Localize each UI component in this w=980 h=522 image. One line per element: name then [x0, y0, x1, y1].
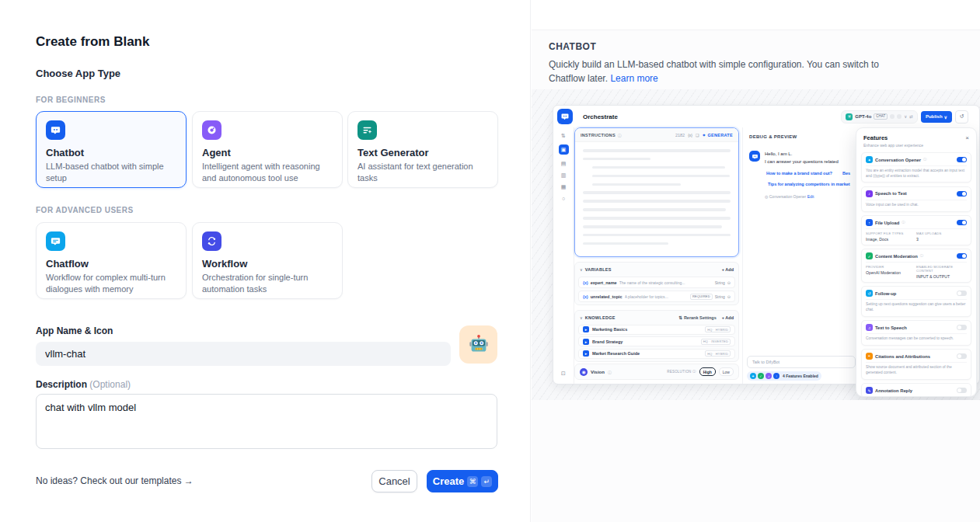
- generate-button: ✦ GENERATE: [703, 133, 733, 137]
- char-count: 2182: [675, 133, 685, 137]
- app-type-card-chatflow[interactable]: Chatflow Workflow for complex multi-turn…: [36, 222, 187, 299]
- features-panel: Features × Enhance web app user experien…: [856, 127, 977, 397]
- bot-greeting: Hello, I am L. I can answer your questio…: [765, 151, 862, 165]
- feature-toggle: [957, 253, 967, 259]
- knowledge-row: ▸ Market Research Guide HQ · HYBRID: [578, 349, 735, 359]
- instructions-panel: INSTRUCTIONS ⓘ 2182 {x} ❏ ✦ GENERATE: [574, 127, 739, 257]
- feature-speech-to-text: ♪ Speech to Text Voice input can be used…: [861, 186, 971, 212]
- instructions-skeleton: [575, 142, 738, 257]
- copy-icon: ❏: [696, 133, 699, 137]
- app-type-desc: Intelligent agent with reasoning and aut…: [202, 161, 333, 183]
- instructions-header: INSTRUCTIONS ⓘ 2182 {x} ❏ ✦ GENERATE: [575, 128, 738, 142]
- feature-toggle: [957, 325, 967, 330]
- publish-button: Publish ∨: [921, 111, 952, 123]
- bot-avatar: [749, 151, 760, 162]
- choose-app-type-label: Choose App Type: [36, 68, 120, 79]
- add-variable-button: + Add: [722, 267, 734, 272]
- rerank-settings-button: ⇅ Rerank Settings: [678, 315, 716, 320]
- resolution-low-chip: Low: [719, 367, 734, 376]
- app-type-title: Chatbot: [46, 147, 176, 158]
- learn-more-link[interactable]: Learn more: [610, 73, 657, 84]
- right-panel-top-strip: [532, 0, 980, 30]
- vision-row: ◉ Vision ⓘ RESOLUTION ⓘ High Low: [574, 364, 739, 380]
- index-mode-tag: HQ · HYBRID: [705, 326, 731, 332]
- feature-annotation-reply: ✎ Annotation Reply: [861, 383, 971, 397]
- model-selector: ✳ GPT-4o CHAT ∨ ⇄: [841, 110, 918, 124]
- index-mode-tag: HQ · INVERTED: [701, 339, 731, 345]
- model-provider-icon: ✳: [846, 113, 853, 120]
- robot-emoji-icon: [467, 333, 490, 357]
- suggested-question: Tips for analyzing competitors in market: [768, 182, 850, 186]
- image-nav-icon: ▤: [561, 161, 567, 166]
- chat-mode-badge: CHAT: [874, 113, 888, 120]
- text-to-speech-icon: ♫: [866, 324, 873, 331]
- info-icon: ⓘ: [920, 254, 924, 258]
- globe-nav-icon: ○: [562, 196, 565, 201]
- field-settings-icon: ⊙: [727, 280, 731, 285]
- file-upload-icon: ↑: [866, 219, 873, 226]
- chatbot-preview-image: Orchestrate ✳ GPT-4o CHAT ∨ ⇄ Publish ∨: [532, 89, 980, 400]
- knowledge-row: ▸ Marketing Basics HQ · HYBRID: [578, 325, 735, 335]
- edit-link: Edit: [807, 194, 814, 199]
- info-heading: CHATBOT: [549, 41, 914, 52]
- chatbot-icon: [46, 120, 65, 140]
- resolution-label: RESOLUTION ⓘ: [667, 370, 696, 374]
- chat-input-preview: Talk to DifyBot: [747, 356, 856, 368]
- create-button[interactable]: Create ⌘ ↵: [427, 470, 498, 492]
- info-icon: ⓘ: [618, 133, 622, 137]
- dataset-icon: ▸: [583, 326, 589, 332]
- feature-text-to-speech: ♫ Text to Speech Conversation messages c…: [861, 320, 971, 346]
- knowledge-row: ▸ Brand Strategy HQ · INVERTED: [578, 336, 735, 346]
- app-type-card-text-generator[interactable]: Text Generator AI assistant for text gen…: [347, 111, 498, 188]
- app-name-label: App Name & Icon: [36, 325, 113, 336]
- app-type-card-agent[interactable]: Agent Intelligent agent with reasoning a…: [192, 111, 343, 188]
- suggested-question: How to make a brand stand out?: [766, 171, 832, 176]
- arrow-right-icon: →: [184, 475, 194, 486]
- info-description: Quickly build an LLM-based chatbot with …: [549, 57, 914, 85]
- app-type-card-workflow[interactable]: Workflow Orchestration for single-turn a…: [192, 222, 343, 299]
- app-type-desc: LLM-based chatbot with simple setup: [46, 161, 176, 183]
- moderation-mini-icon: ✓: [758, 373, 764, 379]
- chevron-down-icon: ∨: [580, 267, 583, 272]
- panel-toggle-icon: ⊡: [561, 371, 566, 376]
- features-enabled-bar: ✦ ✓ ♪ ↑ 4 Features Enabled: [747, 371, 821, 381]
- enter-key-icon: ↵: [481, 476, 492, 487]
- feature-toggle: [957, 220, 967, 225]
- conversation-opener-note: ◎ Conversation Opener Edit: [765, 194, 814, 199]
- app-type-desc: AI assistant for text generation tasks: [357, 161, 488, 183]
- workflow-icon: [202, 231, 221, 251]
- app-name-input[interactable]: [36, 342, 451, 366]
- annotation-icon: ✎: [866, 387, 873, 394]
- app-type-title: Text Generator: [357, 147, 488, 158]
- collapse-icon: ⇅: [561, 133, 566, 138]
- feature-toggle: [957, 353, 967, 359]
- cancel-button[interactable]: Cancel: [371, 470, 417, 492]
- resolution-high-chip: High: [699, 367, 716, 376]
- page-title: Create from Blank: [36, 34, 149, 50]
- app-type-title: Agent: [202, 147, 333, 158]
- info-icon: ⓘ: [923, 158, 927, 162]
- variable-row: {x} unrelated_topic A placeholder for to…: [578, 291, 735, 302]
- app-icon-picker[interactable]: [459, 325, 497, 364]
- knowledge-section: ∨ KNOWLEDGE ⇅ Rerank Settings + Add ▸ Ma: [574, 310, 739, 362]
- chevron-down-icon: ∨: [580, 315, 583, 320]
- chatflow-icon: [46, 231, 65, 251]
- history-icon: ↺: [955, 110, 968, 124]
- add-knowledge-button: + Add: [722, 315, 734, 320]
- feature-toggle: [957, 388, 967, 393]
- dataset-icon: ▸: [583, 339, 589, 345]
- text-generator-icon: [357, 120, 377, 140]
- field-settings-icon: ⊙: [727, 294, 731, 299]
- required-badge: REQUIRED: [690, 294, 713, 300]
- rerank-icon: ⇅: [678, 315, 682, 320]
- debug-preview-header: DEBUG & PREVIEW: [749, 134, 797, 139]
- description-textarea[interactable]: chat with vllm model: [36, 394, 497, 449]
- suggested-question-truncated: Bes: [842, 171, 850, 176]
- templates-link[interactable]: No ideas? Check out our templates →: [36, 475, 194, 486]
- feature-toggle: [957, 191, 967, 197]
- app-type-card-chatbot[interactable]: Chatbot LLM-based chatbot with simple se…: [36, 111, 187, 188]
- feature-conversation-opener: ✦ Conversation Opener ⓘ You are an entit…: [861, 152, 971, 183]
- variables-section: ∨ VARIABLES + Add {x} expert_name The na…: [574, 262, 739, 305]
- create-app-modal: Create from Blank Choose App Type FOR BE…: [0, 0, 980, 522]
- variable-row: {x} expert_name The name of the strategi…: [578, 277, 735, 288]
